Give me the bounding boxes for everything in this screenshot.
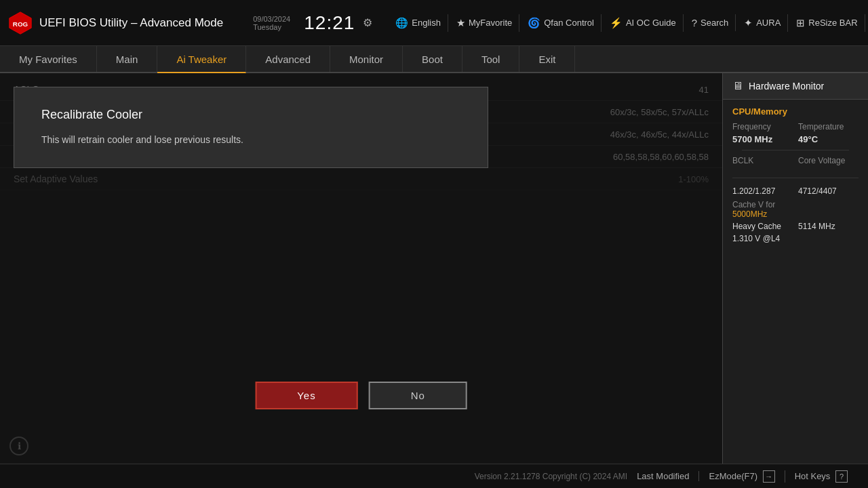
hw-divider xyxy=(742,150,849,150)
voltage-l4: 1.310 V @L4 xyxy=(732,234,859,243)
logo-area: ROG UEFI BIOS Utility – Advanced Mode xyxy=(8,11,239,35)
clock-display: 12:21 xyxy=(304,12,355,34)
footer: Version 2.21.1278 Copyright (C) 2024 AMI… xyxy=(0,464,868,488)
star-icon: ★ xyxy=(456,17,465,29)
footer-hotkeys[interactable]: Hot Keys ? xyxy=(785,470,857,483)
hardware-monitor-panel: 🖥 Hardware Monitor CPU/Memory Frequency … xyxy=(722,73,868,464)
footer-version: Version 2.21.1278 Copyright (C) 2024 AMI xyxy=(475,472,627,481)
cache-label: Cache V for xyxy=(732,200,859,209)
nav-advanced[interactable]: Advanced xyxy=(246,46,330,72)
cache-mhz-value: 5114 MHz xyxy=(798,222,859,231)
hw-divider-2 xyxy=(732,178,859,178)
nav-aura[interactable]: ✦ AURA xyxy=(737,14,788,32)
nav-qfan[interactable]: 🌀 Qfan Control xyxy=(521,14,601,32)
nav-my-favorites[interactable]: My Favorites xyxy=(0,46,97,72)
nav-main[interactable]: Main xyxy=(97,46,158,72)
nav-language[interactable]: 🌐 English xyxy=(389,14,448,32)
nav-aioc[interactable]: ⚡ AI OC Guide xyxy=(603,14,684,32)
nav-monitor[interactable]: Monitor xyxy=(330,46,403,72)
language-icon: 🌐 xyxy=(395,17,408,29)
main-content: ACLO 41 Set By P-Core Loading 60x/3c, 58… xyxy=(0,73,722,464)
rog-logo-icon: ROG xyxy=(8,11,33,35)
hw-grid-2: BCLK Core Voltage xyxy=(732,156,859,165)
dialog-message: This will retrain cooler and lose previo… xyxy=(41,133,460,147)
hotkeys-icon: ? xyxy=(835,470,848,483)
core-voltage-label: Core Voltage xyxy=(798,156,859,165)
monitor-icon: 🖥 xyxy=(732,80,743,92)
nav-exit[interactable]: Exit xyxy=(519,46,575,72)
footer-last-modified: Last Modified xyxy=(627,471,699,481)
hw-value-1202: 1.202/1.287 xyxy=(732,186,793,196)
main-nav: My Favorites Main Ai Tweaker Advanced Mo… xyxy=(0,46,868,73)
temperature-value: 49°C xyxy=(798,134,859,144)
frequency-value: 5700 MHz xyxy=(732,134,793,144)
frequency-label: Frequency xyxy=(732,122,793,131)
hw-cpu-memory-section: CPU/Memory Frequency Temperature 5700 MH… xyxy=(723,100,868,172)
dialog-title: Recalibrate Cooler xyxy=(41,108,460,122)
temperature-label: Temperature xyxy=(798,122,859,131)
hw-grid: Frequency Temperature 5700 MHz 49°C xyxy=(732,122,859,144)
nav-boot[interactable]: Boot xyxy=(403,46,462,72)
dialog-buttons: Yes No xyxy=(255,382,467,409)
fan-icon: 🌀 xyxy=(528,17,540,29)
bios-title: UEFI BIOS Utility – Advanced Mode xyxy=(39,16,223,30)
nav-ai-tweaker[interactable]: Ai Tweaker xyxy=(157,46,246,73)
hw-value-4712: 4712/4407 xyxy=(798,186,859,196)
bclk-label: BCLK xyxy=(732,156,793,165)
footer-ezmode[interactable]: EzMode(F7) → xyxy=(699,470,785,483)
hw-extra-info: 1.202/1.287 4712/4407 Cache V for 5000MH… xyxy=(723,184,868,246)
no-button[interactable]: No xyxy=(369,382,467,409)
time-block: 12:21 ⚙ xyxy=(304,12,372,34)
nav-myfavorite[interactable]: ★ MyFavorite xyxy=(450,14,519,32)
nav-resizebar[interactable]: ⊞ ReSize BAR xyxy=(789,14,865,32)
aura-icon: ✦ xyxy=(744,17,753,29)
hw-section-title: CPU/Memory xyxy=(732,106,859,117)
svg-text:ROG: ROG xyxy=(13,20,28,28)
dialog-box: Recalibrate Cooler This will retrain coo… xyxy=(14,87,488,168)
ai-icon: ⚡ xyxy=(610,17,623,29)
nav-tool[interactable]: Tool xyxy=(462,46,520,72)
header: ROG UEFI BIOS Utility – Advanced Mode 09… xyxy=(0,0,868,46)
cache-freq-highlight: 5000MHz xyxy=(732,209,859,219)
header-nav-icons: 🌐 English ★ MyFavorite 🌀 Qfan Control ⚡ … xyxy=(389,14,868,32)
date-info: 09/03/2024 Tuesday xyxy=(253,15,290,31)
settings-gear-icon[interactable]: ⚙ xyxy=(363,16,372,29)
heavy-cache-label: Heavy Cache xyxy=(732,222,793,231)
nav-search[interactable]: ? Search xyxy=(685,14,736,31)
resize-icon: ⊞ xyxy=(796,17,805,29)
footer-right: Last Modified EzMode(F7) → Hot Keys ? xyxy=(627,470,857,483)
question-icon: ? xyxy=(692,17,697,28)
hw-monitor-title: Hardware Monitor xyxy=(749,81,824,92)
ezmode-icon: → xyxy=(763,470,775,483)
content-wrapper: ACLO 41 Set By P-Core Loading 60x/3c, 58… xyxy=(0,73,868,464)
yes-button[interactable]: Yes xyxy=(255,382,357,409)
hw-monitor-header: 🖥 Hardware Monitor xyxy=(723,73,868,100)
